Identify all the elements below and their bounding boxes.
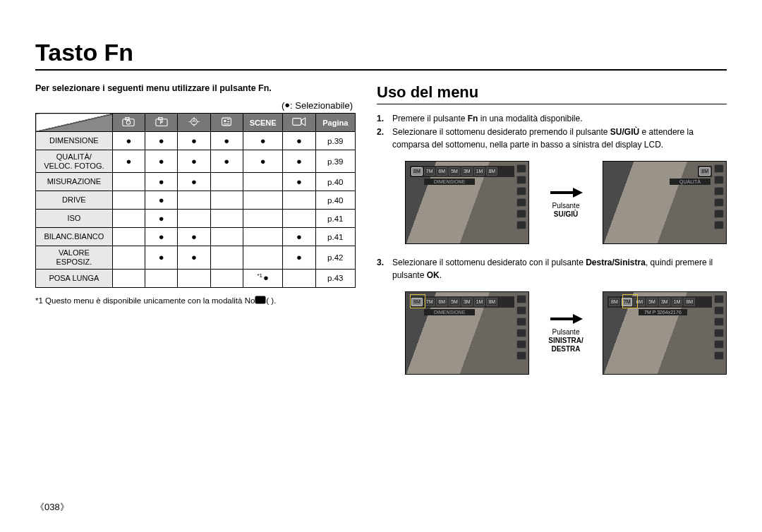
right-column: Uso del menu 1. Premere il pulsante Fn i…	[377, 83, 727, 387]
left-column: Per selezionare i seguenti menu utilizza…	[35, 83, 356, 387]
cell-posalunga: *1●	[243, 269, 282, 287]
arrow-caption-3: DESTRA	[538, 345, 594, 353]
selection-highlight	[622, 294, 638, 308]
footnote-marker: *1	[35, 296, 45, 305]
figure-row-1: 8M 7M 6M 5M 3M 1M 8M DIMENSIONE	[405, 161, 727, 244]
size-chip: 6M	[436, 167, 447, 176]
cell	[112, 269, 145, 287]
arrow-caption-2: SINISTRA/	[538, 337, 594, 345]
svg-point-8	[224, 120, 226, 122]
lcd-label: DIMENSIONE	[424, 179, 475, 185]
step-text: Selezionare il sottomenu desiderato prem…	[392, 126, 727, 151]
cell	[210, 246, 243, 269]
sidebar-icon	[714, 329, 724, 337]
lcd-topbar: 8M 7M 6M 5M 3M 1M 8M	[410, 296, 514, 308]
cell: ●	[145, 210, 178, 228]
cell	[243, 246, 282, 269]
sidebar-icon	[714, 176, 724, 184]
cell: ●	[178, 246, 210, 269]
arrow-updown: Pulsante SU/GIÙ	[538, 186, 594, 219]
cell	[210, 191, 243, 210]
step-number: 1.	[377, 113, 388, 125]
page-ref: p.41	[315, 210, 355, 228]
sidebar-icon	[516, 210, 526, 218]
row-label: ISO	[36, 210, 113, 228]
cell: ●	[145, 150, 178, 173]
sidebar-icon	[516, 176, 526, 184]
legend-dot-icon: ●	[284, 99, 290, 110]
cell	[112, 210, 145, 228]
svg-rect-10	[255, 296, 265, 303]
cell	[210, 228, 243, 246]
cell: ●	[178, 150, 210, 173]
lcd-label: DIMENSIONE	[424, 309, 475, 315]
lcd-sidebar	[714, 164, 724, 241]
row-label: MISURAZIONE	[36, 173, 113, 191]
sidebar-icon	[714, 351, 724, 360]
size-chip: 5M	[449, 298, 460, 306]
step-item: 3. Selezionare il sottomenu desiderato c…	[377, 257, 727, 282]
size-chip: 8M	[411, 167, 423, 176]
page-ref: p.39	[315, 150, 355, 173]
row-label: POSA LUNGA	[36, 269, 113, 287]
row-label: VALORE ESPOSIZ.	[36, 246, 113, 269]
selection-highlight	[410, 294, 425, 308]
cell	[283, 210, 315, 228]
cell: ●	[145, 228, 178, 246]
size-chip: 5M	[646, 298, 658, 306]
size-chip: 3M	[659, 298, 670, 306]
mode-scene-header: SCENE	[243, 114, 282, 132]
page-ref: p.39	[315, 132, 355, 150]
sidebar-icon	[516, 329, 526, 337]
page-ref: p.41	[315, 228, 355, 246]
sidebar-icon	[714, 187, 724, 195]
table-row: POSA LUNGA *1● p.43	[36, 269, 356, 287]
cell	[243, 210, 282, 228]
sidebar-icon	[516, 221, 526, 229]
table-row: ISO ● p.41	[36, 210, 356, 228]
sidebar-icon	[516, 351, 526, 360]
cell	[243, 173, 282, 191]
cell: ●	[145, 246, 178, 269]
cell	[178, 210, 210, 228]
lcd-detail: 7M P 3264x2176	[639, 309, 687, 315]
sidebar-icon	[714, 295, 724, 303]
size-chip: 1M	[474, 298, 485, 306]
cell	[145, 269, 178, 287]
page-ref: p.43	[315, 269, 355, 287]
sidebar-icon	[516, 187, 526, 195]
size-chip: 8M	[609, 298, 620, 306]
page-ref: p.40	[315, 173, 355, 191]
row-label: DIMENSIONE	[36, 132, 113, 150]
mode-icon-movie	[283, 114, 315, 132]
cell	[178, 269, 210, 287]
svg-rect-9	[293, 119, 301, 126]
right-section-title: Uso del menu	[377, 83, 727, 104]
cell	[112, 246, 145, 269]
lcd-sidebar	[516, 164, 526, 241]
lcd-topbar: 8M	[698, 166, 712, 177]
size-chip: 1M	[672, 298, 683, 306]
legend: (●: Selezionabile)	[35, 100, 356, 111]
cell: ●	[283, 150, 315, 173]
cell: ●	[178, 228, 210, 246]
cell	[210, 173, 243, 191]
footnote: *1 Questo menu è disponibile unicamente …	[35, 296, 356, 306]
cell: ●	[283, 173, 315, 191]
lcd-sidebar	[714, 295, 724, 371]
size-chip: 8M	[699, 167, 710, 176]
step-number: 2.	[377, 126, 388, 151]
sidebar-icon	[714, 210, 724, 218]
table-row: MISURAZIONE ● ● ● p.40	[36, 173, 356, 191]
cell: ●	[178, 173, 210, 191]
mode-icon-program: P	[145, 114, 178, 132]
page-title: Tasto Fn	[35, 39, 727, 71]
left-intro: Per selezionare i seguenti menu utilizza…	[35, 83, 356, 93]
cell	[112, 228, 145, 246]
cell: ●	[283, 246, 315, 269]
menu-table: P SCENE Pagina DIMENSI	[35, 113, 356, 288]
sidebar-icon	[516, 306, 526, 315]
sidebar-icon	[516, 295, 526, 303]
step-item: 2. Selezionare il sottomenu desiderato p…	[377, 126, 727, 151]
mode-icon-auto	[112, 114, 145, 132]
